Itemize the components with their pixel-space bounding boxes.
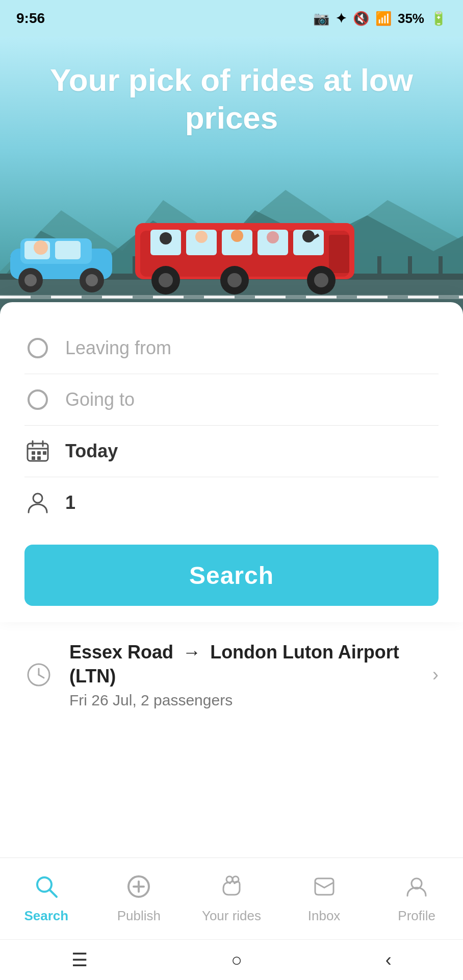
svg-point-43 [314,273,328,287]
rides-nav-label: Your rides [202,908,261,924]
hero-banner: Your pick of rides at low prices [0,37,463,323]
clock-icon [24,660,53,689]
publish-nav-label: Publish [117,908,161,924]
inbox-nav-icon [311,873,338,904]
svg-rect-56 [43,451,46,455]
passengers-field[interactable]: 1 [24,477,439,528]
svg-rect-55 [37,451,41,455]
svg-rect-57 [32,456,35,460]
android-home-button[interactable]: ○ [231,949,242,971]
svg-line-64 [50,890,57,897]
status-icons: 📷 ✦ 🔇 📶 35% 🔋 [313,11,447,27]
battery-icon: 🔋 [430,11,447,27]
search-card: Leaving from Going to [0,302,463,622]
svg-rect-19 [408,256,412,275]
svg-point-46 [231,230,243,242]
status-bar: 9:56 📷 ✦ 🔇 📶 35% 🔋 [0,0,463,37]
going-to-icon [24,386,51,413]
going-to-field[interactable]: Going to [24,374,439,426]
person-icon [24,489,51,516]
svg-point-29 [34,240,48,255]
date-field[interactable]: Today [24,426,439,477]
recent-from: Essex Road [69,642,173,663]
svg-point-39 [159,273,173,287]
svg-point-28 [86,274,98,286]
android-nav-bar: ☰ ○ ‹ [0,939,463,980]
search-nav-icon [33,873,60,904]
profile-nav-label: Profile [398,908,435,924]
android-back-button[interactable]: ‹ [385,949,392,971]
svg-rect-20 [439,256,443,275]
recent-search-item[interactable]: Essex Road → London Luton Airport (LTN) … [24,622,439,727]
nav-item-your-rides[interactable]: Your rides [185,865,278,932]
svg-point-45 [195,231,208,243]
nav-item-search[interactable]: Search [0,865,93,932]
hero-title: Your pick of rides at low prices [0,37,463,150]
recent-searches: Essex Road → London Luton Airport (LTN) … [0,622,463,727]
svg-line-62 [39,675,44,678]
android-menu-button[interactable]: ☰ [71,949,88,971]
recent-meta: Fri 26 Jul, 2 passengers [69,692,416,709]
svg-point-41 [227,273,242,287]
svg-rect-24 [55,241,81,259]
recent-route-text: Essex Road → London Luton Airport (LTN) … [69,641,416,709]
svg-rect-58 [37,456,41,460]
calendar-icon [24,438,51,464]
mute-icon: 🔇 [353,11,369,27]
publish-nav-icon [125,873,152,904]
leaving-from-icon [24,335,51,361]
battery-level: 35% [398,11,424,27]
nav-item-inbox[interactable]: Inbox [278,865,371,932]
status-time: 9:56 [16,10,45,27]
svg-point-26 [24,274,37,286]
bottom-nav: Search Publish [0,857,463,939]
search-button[interactable]: Search [24,545,439,606]
camera-icon: 📷 [313,11,329,27]
hero-illustration [0,159,463,323]
rides-nav-icon [218,873,245,904]
recent-route-title: Essex Road → London Luton Airport (LTN) [69,641,416,689]
svg-rect-37 [329,235,349,273]
passengers-label: 1 [65,492,439,513]
search-nav-label: Search [24,908,68,924]
leaving-from-field[interactable]: Leaving from [24,323,439,374]
svg-rect-54 [32,451,35,455]
profile-nav-icon [403,873,430,904]
wifi-icon: 📶 [375,11,392,27]
going-to-label: Going to [65,389,439,410]
svg-point-44 [160,232,172,244]
bluetooth-icon: ✦ [336,11,347,27]
svg-point-47 [267,231,279,243]
leaving-from-label: Leaving from [65,337,439,359]
chevron-right-icon: › [432,664,439,685]
date-label: Today [65,440,439,462]
nav-item-profile[interactable]: Profile [370,865,463,932]
svg-point-59 [33,494,42,503]
svg-point-68 [226,876,233,883]
svg-rect-18 [377,256,381,275]
arrow-icon: → [183,642,206,663]
nav-item-publish[interactable]: Publish [93,865,186,932]
inbox-nav-label: Inbox [308,908,341,924]
